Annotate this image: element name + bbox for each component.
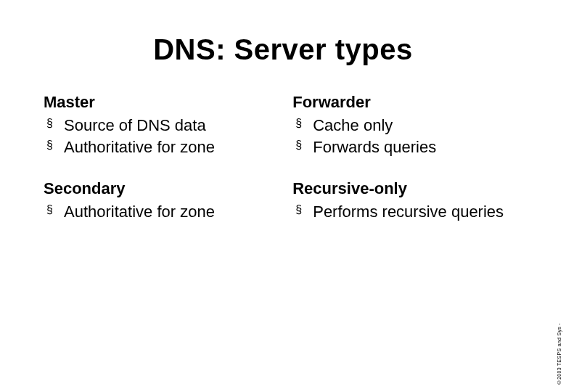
bullet-icon: § — [295, 204, 302, 216]
block-forwarder: Forwarder § Cache only § Forwards querie… — [292, 93, 522, 158]
block-heading: Forwarder — [292, 93, 522, 112]
bullet-text: Forwards queries — [313, 138, 436, 156]
block-heading: Secondary — [44, 179, 274, 198]
block-master: Master § Source of DNS data § Authoritat… — [44, 93, 274, 158]
footer-copyright: ©2003 TESPS and Sys - — [557, 323, 562, 385]
slide-title: DNS: Server types — [0, 33, 566, 66]
list-item: § Cache only — [292, 115, 522, 136]
bullet-list: § Source of DNS data § Authoritative for… — [44, 115, 274, 158]
list-item: § Performs recursive queries — [292, 201, 522, 223]
bullet-text: Performs recursive queries — [313, 203, 504, 221]
bullet-icon: § — [46, 139, 53, 151]
list-item: § Authoritative for zone — [44, 201, 274, 223]
bullet-list: § Authoritative for zone — [44, 201, 274, 223]
bullet-icon: § — [46, 204, 53, 216]
block-heading: Master — [44, 93, 274, 112]
list-item: § Forwards queries — [292, 136, 522, 158]
slide: DNS: Server types Master § Source of DNS… — [0, 0, 566, 392]
bullet-text: Source of DNS data — [64, 116, 206, 134]
bullet-icon: § — [295, 118, 302, 129]
bullet-icon: § — [46, 118, 53, 129]
block-heading: Recursive-only — [292, 179, 522, 198]
bullet-list: § Performs recursive queries — [292, 201, 522, 223]
bullet-text: Authoritative for zone — [64, 138, 215, 156]
bullet-text: Authoritative for zone — [64, 203, 215, 221]
bullet-icon: § — [295, 139, 302, 151]
right-column: Forwarder § Cache only § Forwards querie… — [292, 93, 522, 245]
left-column: Master § Source of DNS data § Authoritat… — [44, 93, 274, 245]
bullet-text: Cache only — [313, 116, 393, 134]
list-item: § Authoritative for zone — [44, 136, 274, 158]
bullet-list: § Cache only § Forwards queries — [292, 115, 522, 158]
content-area: Master § Source of DNS data § Authoritat… — [44, 93, 522, 245]
block-secondary: Secondary § Authoritative for zone — [44, 179, 274, 223]
block-recursive: Recursive-only § Performs recursive quer… — [292, 179, 522, 223]
list-item: § Source of DNS data — [44, 115, 274, 136]
